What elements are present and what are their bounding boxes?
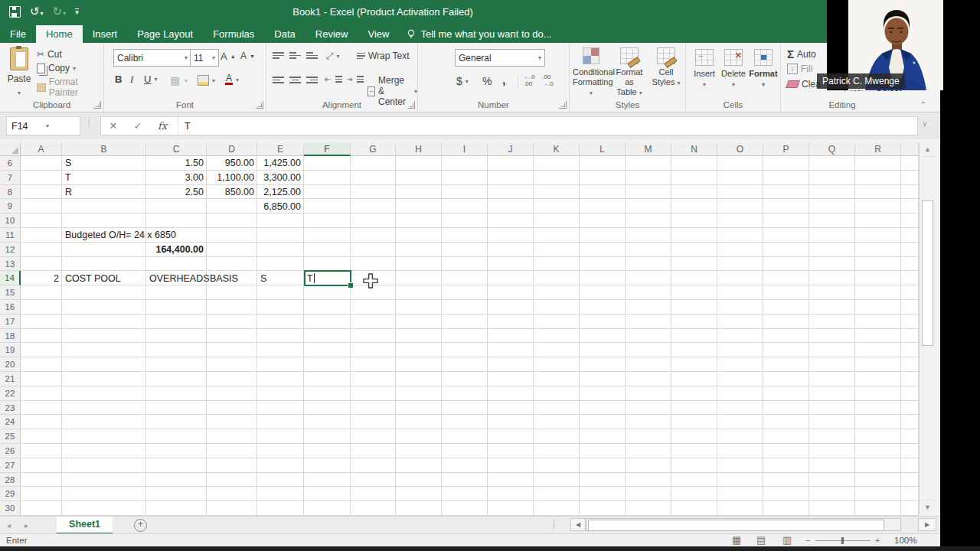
row-header-23[interactable]: 23 <box>0 401 21 416</box>
delete-cells-button[interactable]: Delete▾ <box>720 49 747 90</box>
conditional-formatting-button[interactable]: ConditionalFormatting ▾ <box>573 47 609 98</box>
cell-styles-button[interactable]: CellStyles ▾ <box>649 47 683 88</box>
wrap-text-button[interactable]: Wrap Text <box>357 51 410 61</box>
column-header-J[interactable]: J <box>488 142 534 156</box>
new-sheet-button[interactable]: + <box>134 519 147 532</box>
sheet-tab-sheet1[interactable]: Sheet1 <box>57 517 113 534</box>
chevron-down-icon[interactable]: ▾ <box>212 77 215 84</box>
zoom-track[interactable] <box>815 540 871 541</box>
column-header-Q[interactable]: Q <box>809 142 855 156</box>
number-dialog-launcher[interactable] <box>559 101 567 109</box>
sheet-nav-right-icon[interactable]: ▸ <box>18 521 35 530</box>
row-header-29[interactable]: 29 <box>0 487 21 501</box>
chevron-down-icon[interactable]: ▾ <box>185 54 188 61</box>
row-header-20[interactable]: 20 <box>0 357 21 372</box>
italic-button[interactable]: I <box>130 73 133 86</box>
zoom-level[interactable]: 100% <box>894 536 916 545</box>
vertical-scrollbar[interactable]: ▲ ▼ <box>919 142 936 514</box>
name-box[interactable]: F14▾ <box>6 116 80 135</box>
tab-page-layout[interactable]: Page Layout <box>127 25 203 43</box>
row-header-8[interactable]: 8 <box>0 185 21 200</box>
row-header-21[interactable]: 21 <box>0 372 21 386</box>
chevron-down-icon[interactable]: ▾ <box>212 54 215 61</box>
cell-B11[interactable]: Budgeted O/H= 24 x 6850 <box>62 228 261 243</box>
formula-input[interactable]: T <box>178 117 917 135</box>
cell-E9[interactable]: 6,850.00 <box>257 199 304 214</box>
column-header-R[interactable]: R <box>855 142 901 156</box>
cell-E6[interactable]: 1,425.00 <box>257 156 304 171</box>
column-header-partial[interactable] <box>901 142 919 156</box>
cell-D14[interactable]: BASIS <box>207 271 257 285</box>
chevron-down-icon[interactable]: ▾ <box>154 76 157 83</box>
cell-B7[interactable]: T <box>62 171 146 185</box>
row-header-17[interactable]: 17 <box>0 315 21 329</box>
chevron-down-icon[interactable]: ▾ <box>337 53 340 60</box>
chevron-down-icon[interactable]: ▾ <box>538 54 541 61</box>
increase-decimal-button[interactable]: ←.0.00 <box>524 73 535 87</box>
decrease-indent-button[interactable]: ⇤ <box>325 75 342 83</box>
grid-body[interactable]: 6789101112131415161718192021222324252627… <box>0 156 919 516</box>
column-header-P[interactable]: P <box>763 142 809 156</box>
chevron-down-icon[interactable]: ▾ <box>414 88 417 95</box>
tab-scrollbar-splitter[interactable]: ⁞⁞ <box>553 520 555 530</box>
row-header-24[interactable]: 24 <box>0 415 21 429</box>
cell-D7[interactable]: 1,100.00 <box>207 171 257 185</box>
horizontal-scrollbar[interactable]: ◀ ▶ <box>570 518 936 531</box>
column-header-K[interactable]: K <box>534 142 580 156</box>
zoom-slider[interactable]: − + <box>805 536 882 545</box>
tab-view[interactable]: View <box>358 25 399 43</box>
cell-C8[interactable]: 2.50 <box>146 185 207 200</box>
scroll-left-icon[interactable]: ◀ <box>570 518 586 531</box>
cell-E7[interactable]: 3,300.00 <box>257 171 304 185</box>
increase-indent-button[interactable]: ⇥ <box>346 75 364 83</box>
horizontal-scroll-track[interactable] <box>586 518 901 531</box>
column-header-F[interactable]: F <box>304 142 351 156</box>
tab-data[interactable]: Data <box>264 25 305 43</box>
cell-C14[interactable]: OVERHEADS <box>146 271 207 285</box>
cell-E8[interactable]: 2,125.00 <box>257 185 304 200</box>
align-left-icon[interactable] <box>273 77 284 83</box>
row-header-15[interactable]: 15 <box>0 285 21 300</box>
decrease-decimal-button[interactable]: .00→.0 <box>542 73 554 87</box>
font-family-combo[interactable]: Calibri▾ <box>113 49 191 67</box>
tab-home[interactable]: Home <box>36 25 83 43</box>
alignment-dialog-launcher[interactable] <box>407 101 415 109</box>
chevron-down-icon[interactable]: ▾ <box>18 90 21 96</box>
active-cell-editor[interactable]: T <box>304 270 351 286</box>
zoom-thumb[interactable] <box>841 537 844 544</box>
row-header-14[interactable]: 14 <box>0 271 21 285</box>
grow-font-button[interactable]: A▲ <box>220 51 236 62</box>
scroll-up-icon[interactable]: ▲ <box>920 142 936 157</box>
chevron-down-icon[interactable]: ▾ <box>236 77 239 83</box>
row-header-22[interactable]: 22 <box>0 386 21 401</box>
scroll-right-icon[interactable]: ▶ <box>918 518 936 531</box>
align-middle-icon[interactable] <box>289 52 301 59</box>
column-header-A[interactable]: A <box>21 142 62 156</box>
scroll-down-icon[interactable]: ▼ <box>920 500 936 514</box>
shrink-font-button[interactable]: A▼ <box>240 51 255 61</box>
collapse-ribbon-icon[interactable]: ⌃ <box>920 100 926 109</box>
font-dialog-launcher[interactable] <box>256 101 263 109</box>
borders-button[interactable]: ▦▾ <box>170 75 188 86</box>
font-size-combo[interactable]: 11▾ <box>190 49 219 67</box>
column-header-L[interactable]: L <box>580 142 626 156</box>
page-break-view-icon[interactable]: ▥ <box>782 534 792 546</box>
expand-formula-bar-icon[interactable]: ˅ <box>923 120 927 129</box>
format-as-table-button[interactable]: Format asTable ▾ <box>611 47 648 98</box>
fill-button[interactable]: ↓Fill <box>787 64 812 74</box>
accounting-format-button[interactable]: $▾ <box>456 75 469 87</box>
row-header-12[interactable]: 12 <box>0 243 21 257</box>
copy-button[interactable]: Copy▾ <box>37 63 76 73</box>
sheet-nav-left-icon[interactable]: ◂ <box>0 521 18 530</box>
tab-review[interactable]: Review <box>305 25 358 43</box>
autosum-button[interactable]: ΣAuto <box>787 47 816 60</box>
row-header-30[interactable]: 30 <box>0 501 21 516</box>
number-format-combo[interactable]: General▾ <box>455 49 545 67</box>
tab-insert[interactable]: Insert <box>83 25 128 43</box>
chevron-down-icon[interactable]: ▾ <box>41 122 80 129</box>
align-center-icon[interactable] <box>289 77 301 83</box>
row-header-25[interactable]: 25 <box>0 429 21 444</box>
row-header-16[interactable]: 16 <box>0 300 21 315</box>
column-header-M[interactable]: M <box>626 142 671 156</box>
cancel-button[interactable]: ✕ <box>101 120 126 132</box>
